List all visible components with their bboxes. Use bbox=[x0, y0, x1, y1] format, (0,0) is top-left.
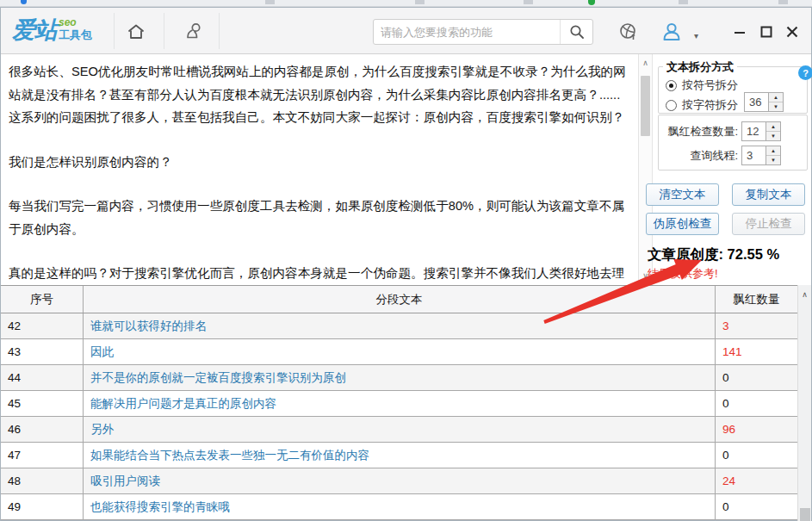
search-input[interactable] bbox=[374, 26, 560, 39]
red-check-value[interactable]: 12 bbox=[741, 121, 766, 141]
row-no: 44 bbox=[1, 365, 84, 390]
spinner-down-icon[interactable]: ▼ bbox=[766, 156, 780, 164]
row-count: 96 bbox=[716, 417, 797, 442]
row-text: 能解决用户问题才是真正的原创内容 bbox=[84, 391, 716, 416]
close-button[interactable] bbox=[781, 22, 803, 42]
paragraph: 很多站长、SEO优化朋友时常吐槽说我网站上的内容都是原创，为什么百度搜索引擎就是… bbox=[9, 60, 629, 129]
home-icon bbox=[127, 23, 146, 40]
feedback-button[interactable] bbox=[178, 20, 208, 44]
help-icon[interactable]: ? bbox=[798, 65, 812, 80]
row-text: 另外 bbox=[84, 417, 716, 442]
red-check-count-label: 飘红检查数量: bbox=[659, 124, 738, 140]
paragraph: 我们是怎样识别原创内容的？ bbox=[9, 151, 629, 174]
radio-selected-icon bbox=[666, 80, 677, 91]
header-segment-text: 分段文本 bbox=[84, 286, 716, 313]
table-row[interactable]: 45 能解决用户问题才是真正的原创内容 0 bbox=[1, 391, 797, 417]
search-box bbox=[373, 19, 593, 45]
spinner-down-icon[interactable]: ▼ bbox=[769, 102, 783, 111]
copy-text-button[interactable]: 复制文本 bbox=[732, 183, 805, 206]
network-button[interactable] bbox=[614, 20, 643, 44]
background-tab-icon bbox=[524, 0, 533, 4]
table-row[interactable]: 43 因此 141 bbox=[1, 339, 797, 365]
table-row[interactable]: 44 并不是你的原创就一定被百度搜索引擎识别为原创 0 bbox=[1, 365, 797, 391]
logo-sub-text: 工具包 bbox=[59, 28, 92, 41]
editor-scrollbar-thumb[interactable] bbox=[641, 76, 650, 136]
toolbar: 爱站 seo 工具包 bbox=[1, 8, 811, 54]
article-text-area[interactable]: 很多站长、SEO优化朋友时常吐槽说我网站上的内容都是原创，为什么百度搜索引擎就是… bbox=[1, 54, 638, 285]
row-text: 也能获得搜索引擎的青睐哦 bbox=[84, 494, 716, 519]
maximize-button[interactable] bbox=[755, 22, 778, 42]
table-header-row: 序号 分段文本 飘红数量 bbox=[1, 285, 797, 313]
scroll-up-icon[interactable]: ∧ bbox=[639, 56, 652, 70]
user-account-button[interactable] bbox=[657, 20, 686, 44]
split-method-title: 文本拆分方式 bbox=[663, 59, 737, 75]
spinner-down-icon[interactable]: ▼ bbox=[766, 132, 780, 140]
background-tab-icon bbox=[415, 0, 425, 4]
row-no: 42 bbox=[1, 313, 84, 338]
user-icon bbox=[660, 21, 683, 43]
radio-split-by-symbol[interactable]: 按符号拆分 bbox=[666, 78, 738, 93]
table-scrollbar-thumb[interactable] bbox=[800, 508, 810, 521]
stop-check-button[interactable]: 停止检查 bbox=[732, 213, 805, 235]
background-window-strip bbox=[0, 0, 812, 7]
background-dot-icon bbox=[21, 0, 27, 4]
table-scrollbar[interactable]: ∧ bbox=[797, 285, 811, 521]
spinner-up-icon[interactable]: ▲ bbox=[766, 146, 780, 156]
search-icon bbox=[569, 24, 585, 40]
toolbar-separator bbox=[114, 13, 115, 49]
logo-seo-text: seo bbox=[59, 17, 92, 28]
table-row[interactable]: 49 也能获得搜索引擎的青睐哦 0 bbox=[1, 494, 797, 520]
disclaimer-text: 结果仅供参考! bbox=[648, 266, 718, 282]
background-green-dot-icon bbox=[588, 0, 595, 5]
red-check-spinner: 12 ▲ ▼ bbox=[741, 121, 781, 141]
table-row[interactable]: 46 另外 96 bbox=[1, 417, 797, 443]
spinner-up-icon[interactable]: ▲ bbox=[769, 93, 783, 102]
char-count-spinner: 36 ▲ ▼ bbox=[744, 92, 784, 112]
minimize-button[interactable] bbox=[728, 22, 751, 42]
background-tab-icon bbox=[778, 0, 788, 4]
row-count: 0 bbox=[716, 443, 797, 468]
char-count-value[interactable]: 36 bbox=[744, 92, 769, 112]
table-row[interactable]: 42 谁就可以获得好的排名 3 bbox=[1, 313, 797, 339]
clear-text-button[interactable]: 清空文本 bbox=[646, 183, 719, 206]
user-dropdown-caret-icon[interactable]: ▾ bbox=[694, 31, 698, 40]
pseudo-original-check-button[interactable]: 伪原创检查 bbox=[646, 213, 719, 235]
row-no: 47 bbox=[1, 443, 84, 468]
query-thread-value[interactable]: 3 bbox=[741, 146, 766, 165]
minimize-icon bbox=[734, 26, 746, 38]
app-root: 爱站 seo 工具包 bbox=[0, 0, 812, 521]
home-button[interactable] bbox=[121, 20, 151, 44]
search-button[interactable] bbox=[560, 20, 592, 44]
scroll-up-icon[interactable]: ∧ bbox=[798, 288, 811, 301]
table-row[interactable]: 47 如果能结合当下热点去发表一些独一无二有价值的内容 0 bbox=[1, 443, 797, 468]
feedback-stamp-icon bbox=[183, 22, 203, 41]
row-count: 0 bbox=[716, 391, 797, 416]
background-tab-icon bbox=[265, 0, 275, 4]
row-count: 0 bbox=[716, 494, 797, 519]
originality-value: 72.55 % bbox=[728, 246, 780, 262]
query-thread-label: 查询线程: bbox=[659, 148, 738, 164]
header-red-count: 飘红数量 bbox=[716, 286, 797, 313]
toolbar-separator bbox=[164, 13, 164, 49]
close-icon bbox=[786, 26, 798, 38]
paragraph: 真的是这样的吗？对于搜索引擎优化而言，原创内容本身就是一个伪命题。搜索引擎并不像… bbox=[9, 262, 629, 285]
row-count: 24 bbox=[716, 468, 797, 493]
app-window: 爱站 seo 工具包 bbox=[0, 7, 812, 521]
radio-split-by-char[interactable]: 按字符拆分 bbox=[666, 97, 738, 113]
row-no: 45 bbox=[1, 391, 84, 416]
spinner-up-icon[interactable]: ▲ bbox=[766, 122, 780, 132]
settings-panel: 文本拆分方式 ? 按符号拆分 按字符拆分 36 ▲ ▼ bbox=[653, 54, 811, 285]
radio-label: 按符号拆分 bbox=[682, 78, 738, 93]
row-no: 48 bbox=[1, 468, 84, 493]
maximize-icon bbox=[760, 26, 772, 38]
table-row[interactable]: 48 吸引用户阅读 24 bbox=[1, 468, 797, 494]
row-count: 3 bbox=[716, 313, 797, 338]
row-count: 0 bbox=[716, 365, 797, 390]
originality-result: 文章原创度: 72.55 % bbox=[648, 245, 779, 264]
header-no: 序号 bbox=[1, 286, 84, 313]
table-body: 42 谁就可以获得好的排名 3 43 因此 141 44 并不是你的原创就一定被… bbox=[1, 313, 797, 520]
toolbar-separator bbox=[219, 13, 220, 49]
row-no: 46 bbox=[1, 417, 84, 442]
row-no: 43 bbox=[1, 339, 84, 364]
originality-label: 文章原创度: bbox=[648, 246, 723, 262]
